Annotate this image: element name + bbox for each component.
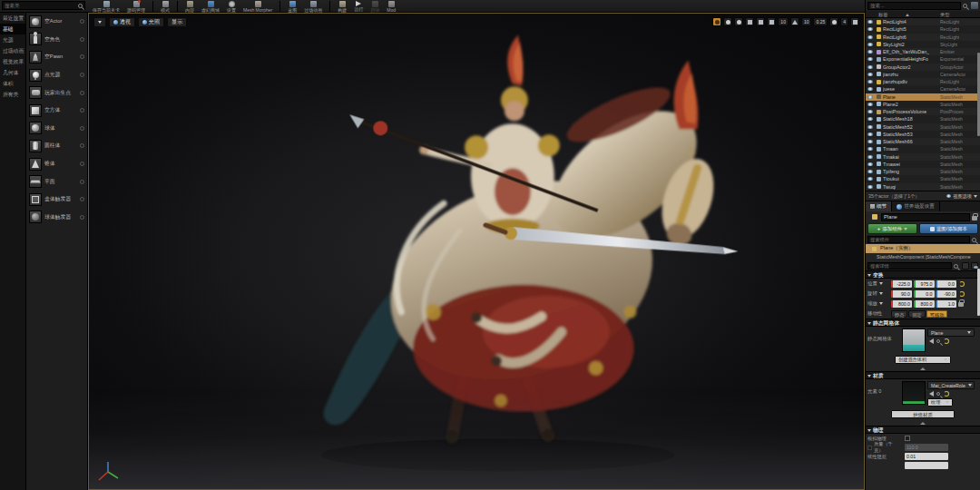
outliner-row[interactable]: StaticMesh18 StaticMesh bbox=[866, 115, 980, 122]
place-actor-item[interactable]: 玩家出生点 bbox=[26, 83, 87, 102]
place-category[interactable]: 最近放置 bbox=[0, 13, 25, 24]
material-thumbnail[interactable] bbox=[902, 381, 926, 405]
world-space-toggle[interactable] bbox=[712, 17, 721, 26]
reset-icon[interactable] bbox=[944, 338, 949, 344]
scale-z-field[interactable]: 1.0 bbox=[936, 300, 956, 308]
details-search-input[interactable] bbox=[867, 262, 952, 270]
visibility-eye-icon[interactable] bbox=[867, 117, 873, 121]
visibility-eye-icon[interactable] bbox=[867, 57, 873, 61]
reset-icon[interactable] bbox=[959, 291, 965, 297]
outliner-row[interactable]: Plane StaticMesh bbox=[866, 93, 980, 101]
toolbar-button[interactable]: Mesh Morpher bbox=[243, 0, 272, 13]
rotation-snap-value[interactable]: 10 bbox=[801, 17, 812, 26]
outliner-row[interactable]: PostProcessVolume PostProces bbox=[866, 108, 980, 115]
location-y-field[interactable]: 975.0 bbox=[914, 280, 935, 288]
place-category[interactable]: 过场动画 bbox=[0, 45, 25, 56]
place-actor-item[interactable]: 盒体触发器 bbox=[26, 191, 87, 209]
section-transform[interactable]: 变换 bbox=[866, 270, 980, 279]
tab-details[interactable]: 细节 bbox=[866, 201, 892, 211]
blueprint-add-script-button[interactable]: 蓝图/添加脚本 bbox=[919, 223, 978, 234]
actor-name-input[interactable] bbox=[881, 213, 970, 221]
toolbar-button[interactable]: 设置 bbox=[227, 0, 236, 13]
place-actor-item[interactable]: 球体触发器 bbox=[26, 209, 87, 227]
mesh-thumbnail[interactable] bbox=[902, 328, 926, 352]
reset-icon[interactable] bbox=[944, 391, 949, 397]
viewport-options-button[interactable] bbox=[93, 17, 106, 27]
place-actor-item[interactable]: 圆柱体 bbox=[26, 137, 87, 155]
rotation-x-field[interactable]: 90.0 bbox=[891, 290, 912, 298]
scale-snap-value[interactable]: 0.25 bbox=[813, 17, 828, 26]
linear-damping-field[interactable]: 0.01 bbox=[905, 453, 948, 460]
browse-asset-icon[interactable] bbox=[936, 339, 940, 343]
maximize-viewport-button[interactable] bbox=[850, 17, 859, 26]
clipped-field[interactable] bbox=[905, 462, 948, 469]
outliner-row[interactable]: Tmakai StaticMesh bbox=[866, 153, 980, 161]
rotation-y-field[interactable]: 0.0 bbox=[914, 290, 935, 298]
place-actor-item[interactable]: 立方体 bbox=[26, 102, 87, 120]
component-child-row[interactable]: StaticMeshComponent [StaticMeshCompone bbox=[866, 253, 980, 261]
property-matrix-button[interactable] bbox=[962, 262, 969, 270]
rotation-snap-button[interactable] bbox=[790, 17, 799, 26]
outliner-row[interactable]: RectLight5 RectLight bbox=[866, 25, 980, 33]
outliner-row[interactable]: Twuqi StaticMesh bbox=[866, 183, 980, 191]
location-z-field[interactable]: 0.0 bbox=[936, 280, 956, 288]
visibility-eye-icon[interactable] bbox=[867, 103, 873, 106]
surface-snap-button[interactable] bbox=[756, 17, 765, 26]
mobility-option[interactable]: 可移动 bbox=[926, 310, 948, 318]
visibility-eye-icon[interactable] bbox=[867, 125, 873, 129]
outliner-row[interactable]: Ttoukui StaticMesh bbox=[866, 175, 980, 182]
camera-speed-value[interactable]: 4 bbox=[840, 17, 848, 26]
outliner-row[interactable]: Eff_Oth_YanWuDan_ Emitter bbox=[866, 48, 980, 55]
bake-material-button[interactable]: 烘焙材质 bbox=[891, 410, 955, 418]
browse-asset-icon[interactable] bbox=[936, 392, 940, 396]
outliner-row[interactable]: StaticMesh53 StaticMesh bbox=[866, 131, 980, 138]
visibility-eye-icon[interactable] bbox=[867, 87, 873, 91]
outliner-row[interactable]: StaticMesh66 StaticMesh bbox=[866, 138, 980, 145]
toolbar-button[interactable]: 虚幻商城 bbox=[201, 0, 220, 13]
reset-icon[interactable] bbox=[959, 281, 965, 287]
mobility-option[interactable]: 固定 bbox=[908, 310, 925, 318]
section-materials[interactable]: 材质 bbox=[866, 371, 980, 379]
place-actor-item[interactable]: 空Actor bbox=[26, 13, 87, 31]
move-tool-button[interactable] bbox=[723, 17, 732, 26]
outliner-search-input[interactable] bbox=[867, 2, 961, 10]
simulate-physics-checkbox[interactable] bbox=[905, 436, 910, 441]
grid-snap-value[interactable]: 10 bbox=[778, 17, 789, 26]
visibility-eye-icon[interactable] bbox=[867, 140, 873, 143]
outliner-row[interactable]: SkyLight2 SkyLight bbox=[866, 41, 980, 48]
class-search-box[interactable] bbox=[2, 1, 85, 10]
mobility-option[interactable]: 静态 bbox=[891, 310, 907, 318]
rotation-z-field[interactable]: -90.0 bbox=[936, 290, 956, 298]
outliner-row[interactable]: Plane2 StaticMesh bbox=[866, 101, 980, 108]
create-blend-volume-combo[interactable]: 创建混合体积 bbox=[895, 356, 951, 364]
toolbar-button[interactable]: 模式 bbox=[161, 0, 170, 13]
camera-speed-button[interactable] bbox=[829, 17, 838, 26]
scale-tool-button[interactable] bbox=[745, 17, 754, 26]
visibility-eye-icon[interactable] bbox=[867, 185, 873, 189]
section-physics[interactable]: 物理 bbox=[866, 426, 980, 434]
visibility-eye-icon[interactable] bbox=[867, 132, 873, 136]
add-component-button[interactable]: + 添加组件 bbox=[867, 223, 917, 234]
lit-mode-button[interactable]: 光照 bbox=[138, 17, 164, 27]
outliner-row[interactable]: RectLight4 RectLight bbox=[866, 18, 980, 25]
visibility-eye-icon[interactable] bbox=[867, 65, 873, 69]
scale-lock-icon[interactable] bbox=[958, 302, 964, 307]
grid-snap-button[interactable] bbox=[767, 17, 776, 26]
use-selected-icon[interactable] bbox=[929, 338, 934, 344]
outliner-row[interactable]: juese CameraActo bbox=[866, 85, 980, 93]
outliner-settings-icon[interactable] bbox=[971, 2, 978, 9]
use-selected-icon[interactable] bbox=[929, 391, 934, 397]
location-x-field[interactable]: -225.0 bbox=[891, 280, 912, 288]
place-category[interactable]: 光源 bbox=[0, 34, 25, 45]
outliner-row[interactable]: jianzhupdlv RectLight bbox=[866, 78, 980, 85]
outliner-row[interactable]: Tmaan StaticMesh bbox=[866, 145, 980, 152]
place-category[interactable]: 基础 bbox=[0, 24, 25, 34]
outliner-row[interactable]: Tpifeng StaticMesh bbox=[866, 168, 980, 175]
place-category[interactable]: 体积 bbox=[0, 78, 25, 89]
toolbar-button[interactable]: 源码管理 bbox=[127, 0, 145, 13]
lock-icon[interactable] bbox=[972, 216, 977, 220]
mesh-select-combo[interactable]: Plane bbox=[927, 328, 975, 337]
component-search-input[interactable] bbox=[867, 236, 970, 243]
component-root-row[interactable]: Plane（实例） bbox=[866, 244, 980, 253]
outliner-row[interactable]: StaticMesh52 StaticMesh bbox=[866, 123, 980, 131]
